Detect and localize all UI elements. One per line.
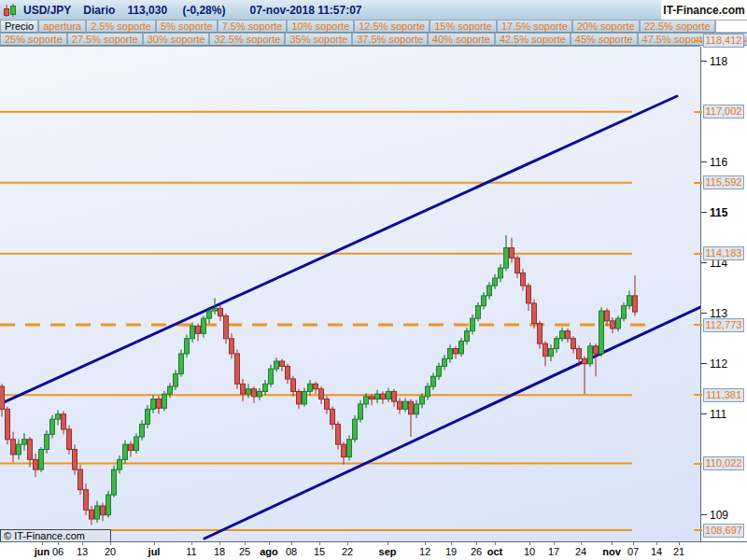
candle-body <box>493 278 498 286</box>
support-level-price-label: 115,592 <box>703 175 744 189</box>
candle-body <box>162 394 167 408</box>
candle-body <box>62 414 66 429</box>
time-tick <box>110 542 111 545</box>
time-tick <box>612 542 613 545</box>
time-tick <box>319 542 320 545</box>
candle-body <box>487 286 492 296</box>
candle-body <box>0 386 5 409</box>
candle-body <box>235 354 240 384</box>
candle-body <box>112 469 117 495</box>
candle-body <box>566 331 571 339</box>
tab-2-5-soporte[interactable]: 2.5% soporte <box>86 20 156 33</box>
chart-title: USD/JPY Diario 113,030 (-0,28%) 07-nov-2… <box>23 4 374 17</box>
candle-body <box>213 308 218 311</box>
candle-body <box>476 306 481 319</box>
support-level-price-label: 110,022 <box>703 456 744 470</box>
candle-body <box>230 339 234 354</box>
candle-body <box>6 409 10 439</box>
chart-plot-area[interactable]: © IT-Finance.com <box>0 46 700 541</box>
tab-precio[interactable]: Precio <box>0 20 38 33</box>
price-tick <box>701 262 707 263</box>
price-tick-label: 116 <box>710 156 727 169</box>
time-tick-label: 14 <box>651 546 662 557</box>
candle-body <box>409 401 414 414</box>
tab-5-soporte[interactable]: 5% soporte <box>156 20 218 33</box>
tab-37-5-soporte[interactable]: 37.5% soporte <box>352 33 428 46</box>
candlestick-chart[interactable]: © IT-Finance.com <box>0 47 700 541</box>
time-tick-label: 10 <box>524 546 535 557</box>
candle-body <box>403 401 408 409</box>
tab-45-soporte[interactable]: 45% soporte <box>571 33 638 46</box>
candle-body <box>106 495 111 515</box>
time-tick <box>495 542 496 545</box>
tab-7-5-soporte[interactable]: 7.5% soporte <box>218 20 288 33</box>
time-tick <box>656 542 657 545</box>
candle-body <box>543 343 548 357</box>
tab-42-5-soporte[interactable]: 42.5% soporte <box>495 33 571 46</box>
support-level-tick <box>694 529 702 531</box>
time-tick <box>388 542 388 545</box>
candle-body <box>616 318 621 329</box>
candle-body <box>45 434 49 449</box>
candle-body <box>151 399 156 410</box>
candle-body <box>291 379 296 392</box>
candle-body <box>599 311 604 354</box>
candle-body <box>420 397 425 404</box>
tab-35-soporte[interactable]: 35% soporte <box>285 33 352 46</box>
tab-apertura[interactable]: apertura <box>38 20 86 33</box>
candle-body <box>499 268 503 278</box>
time-tick-label: oct <box>487 546 503 557</box>
candle-body <box>179 354 184 374</box>
candle-body <box>275 361 279 369</box>
tab-25-soporte[interactable]: 25% soporte <box>0 33 67 46</box>
candle-body <box>185 339 190 354</box>
support-level-tick <box>694 40 702 42</box>
candle-body <box>67 429 72 450</box>
price-tick <box>701 413 707 414</box>
time-axis[interactable]: jun061320jul111825ago081522sep121926oct1… <box>0 541 747 560</box>
candle-body <box>336 425 341 445</box>
candle-body <box>258 391 262 396</box>
tab-10-soporte[interactable]: 10% soporte <box>287 20 354 33</box>
time-tick-label: 11 <box>186 546 196 557</box>
time-tick <box>451 542 452 545</box>
price-axis[interactable]: 118116115114113112111109118,412117,00211… <box>700 47 747 541</box>
candle-body <box>269 369 274 384</box>
price-tick <box>701 212 707 213</box>
tab-12-5-soporte[interactable]: 12.5% soporte <box>354 20 430 33</box>
tab-30-soporte[interactable]: 30% soporte <box>143 33 210 46</box>
candle-body <box>364 397 369 404</box>
tab-20-soporte[interactable]: 20% soporte <box>572 20 640 33</box>
candle-body <box>174 374 178 387</box>
candle-body <box>342 444 346 457</box>
tab-15-soporte[interactable]: 15% soporte <box>430 20 497 33</box>
candle-body <box>443 358 447 366</box>
time-tick <box>58 542 59 545</box>
candle-body <box>426 386 430 397</box>
tab-22-5-soporte[interactable]: 22.5% soporte <box>640 20 715 33</box>
candle-body <box>622 306 627 319</box>
candle-body <box>308 384 313 391</box>
candle-body <box>521 273 526 287</box>
tab-40-soporte[interactable]: 40% soporte <box>428 33 495 46</box>
candle-body <box>437 366 442 376</box>
candle-body <box>22 440 27 444</box>
brand-label: IT-Finance.com <box>661 0 747 20</box>
candle-body <box>611 321 615 329</box>
time-tick <box>529 542 530 545</box>
time-tick-label: 20 <box>105 546 116 557</box>
tab-27-5-soporte[interactable]: 27.5% soporte <box>67 33 143 46</box>
time-tick-label: 13 <box>77 546 88 557</box>
candle-body <box>101 506 106 515</box>
price-tick <box>701 61 707 62</box>
time-tick-label: jun <box>35 546 50 557</box>
candle-body <box>241 384 246 394</box>
time-tick-label: 12 <box>419 546 430 557</box>
candle-body <box>319 389 324 399</box>
time-tick-label: 18 <box>214 546 225 557</box>
candle-body <box>123 444 128 459</box>
tab-17-5-soporte[interactable]: 17.5% soporte <box>497 20 572 33</box>
candle-body <box>28 440 33 460</box>
tab-32-5-soporte[interactable]: 32.5% soporte <box>209 33 285 46</box>
tab-empty[interactable] <box>715 20 747 33</box>
